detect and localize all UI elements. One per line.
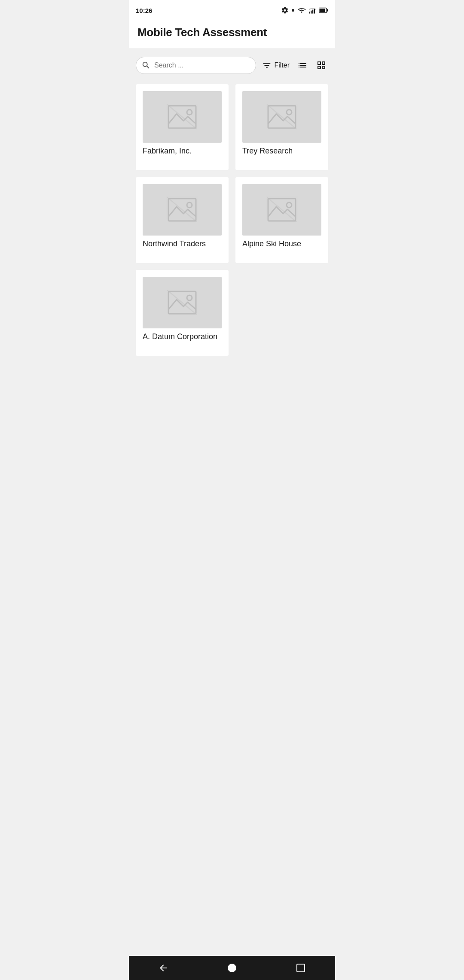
search-icon xyxy=(141,61,151,70)
svg-line-10 xyxy=(167,104,197,129)
battery-icon xyxy=(319,6,328,14)
list-view-button[interactable] xyxy=(296,58,309,72)
company-image-placeholder xyxy=(143,91,222,143)
company-name: A. Datum Corporation xyxy=(143,332,222,342)
app-header: Mobile Tech Assessment xyxy=(129,21,335,48)
svg-point-21 xyxy=(187,295,192,300)
broken-image-icon xyxy=(267,197,297,222)
svg-point-9 xyxy=(187,110,192,115)
signal-icon xyxy=(308,6,316,14)
search-input[interactable] xyxy=(154,61,249,69)
back-icon xyxy=(158,963,168,973)
svg-rect-6 xyxy=(327,9,328,12)
company-card[interactable]: Trey Research xyxy=(235,84,328,170)
company-card[interactable]: A. Datum Corporation xyxy=(136,270,229,356)
svg-point-0 xyxy=(292,9,294,12)
svg-rect-7 xyxy=(319,9,325,12)
settings-icon xyxy=(281,6,289,14)
svg-line-16 xyxy=(167,197,197,222)
svg-rect-2 xyxy=(311,11,311,14)
status-time: 10:26 xyxy=(136,7,152,14)
svg-line-19 xyxy=(267,197,297,222)
company-name: Fabrikam, Inc. xyxy=(143,146,222,156)
status-bar: 10:26 xyxy=(129,0,335,21)
svg-point-23 xyxy=(228,964,236,972)
bottom-nav xyxy=(129,956,335,980)
grid-view-icon xyxy=(316,60,327,70)
toolbar: Filter xyxy=(136,57,328,74)
filter-label: Filter xyxy=(274,61,290,69)
svg-rect-3 xyxy=(312,10,313,14)
main-content: Filter Fabrikam, Inc. xyxy=(129,48,335,956)
recents-button[interactable] xyxy=(287,959,314,977)
company-image-placeholder xyxy=(143,277,222,328)
company-name: Northwind Traders xyxy=(143,239,222,249)
company-name: Alpine Ski House xyxy=(242,239,321,249)
search-container xyxy=(136,57,256,74)
filter-button[interactable]: Filter xyxy=(261,59,290,72)
status-icons xyxy=(281,6,328,14)
svg-line-13 xyxy=(267,104,297,129)
filter-icon xyxy=(262,61,272,70)
svg-line-22 xyxy=(167,290,197,315)
recents-icon xyxy=(296,963,306,973)
broken-image-icon xyxy=(267,104,297,129)
svg-rect-4 xyxy=(314,9,315,13)
broken-image-icon xyxy=(167,197,197,222)
home-circle-icon xyxy=(227,963,237,973)
grid-view-button[interactable] xyxy=(314,58,328,72)
company-grid: Fabrikam, Inc. Trey Research xyxy=(136,84,328,356)
home-button[interactable] xyxy=(218,959,246,977)
wifi-icon xyxy=(297,6,306,14)
notification-dot-icon xyxy=(291,6,295,14)
svg-point-18 xyxy=(287,202,292,208)
search-input-wrapper[interactable] xyxy=(136,57,256,74)
list-view-icon xyxy=(297,60,308,70)
svg-rect-24 xyxy=(297,964,305,972)
company-name: Trey Research xyxy=(242,146,321,156)
company-card[interactable]: Northwind Traders xyxy=(136,177,229,263)
svg-rect-1 xyxy=(309,12,310,14)
broken-image-icon xyxy=(167,290,197,315)
back-button[interactable] xyxy=(150,959,177,977)
svg-point-15 xyxy=(187,202,192,208)
broken-image-icon xyxy=(167,104,197,129)
company-image-placeholder xyxy=(143,184,222,236)
page-title: Mobile Tech Assessment xyxy=(137,26,327,39)
company-card[interactable]: Alpine Ski House xyxy=(235,177,328,263)
company-card[interactable]: Fabrikam, Inc. xyxy=(136,84,229,170)
svg-point-12 xyxy=(287,110,292,115)
company-image-placeholder xyxy=(242,91,321,143)
company-image-placeholder xyxy=(242,184,321,236)
